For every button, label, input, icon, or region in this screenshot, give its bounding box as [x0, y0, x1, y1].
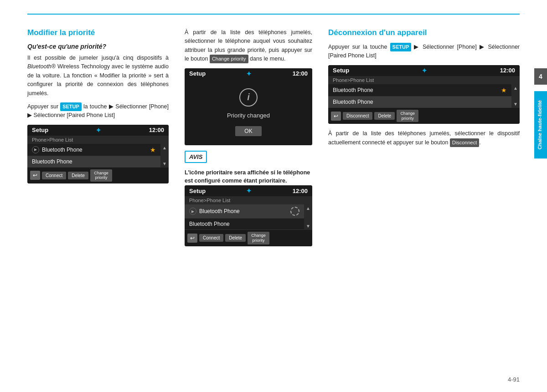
left-screen1-item2: Bluetooth Phone — [27, 156, 160, 168]
right-screen1-item1-label: Bluetooth Phone — [333, 87, 373, 93]
left-screen1-subheader: Phone>Phone List — [27, 136, 169, 144]
bluetooth-icon-mid2: ✦ — [246, 187, 252, 194]
scroll-down-right1: ▼ — [513, 102, 518, 107]
middle-screen-priority: Setup ✦ 12:00 i Priority changed OK — [185, 68, 312, 145]
bluetooth-icon-right1: ✦ — [422, 67, 427, 74]
back-btn-mid2: ↩ — [187, 234, 197, 243]
chapter-number-tab: 4 — [534, 68, 547, 85]
bluetooth-icon-mid: ✦ — [246, 70, 252, 77]
left-paragraph1: Il est possible de jumeler jusqu'à cinq … — [27, 54, 169, 98]
middle-screen2-rows: ▶ Bluetooth Phone ★ Bluetooth Phone — [185, 204, 304, 230]
left-screen1: Setup ✦ 12:00 Phone>Phone List ▶ Bluetoo… — [27, 125, 169, 184]
left-screen1-rows-container: ▶ Bluetooth Phone ★ Bluetooth Phone ▲ ▼ — [27, 144, 169, 168]
middle-screen-priority-title: Setup — [189, 70, 206, 77]
avis-title: AVIS — [189, 153, 202, 160]
right-screen1-header: Setup ✦ 12:00 — [328, 65, 520, 76]
middle-screen2: Setup ✦ 12:00 Phone>Phone List ▶ Bluetoo… — [185, 185, 312, 246]
scroll-up-left1: ▲ — [162, 145, 167, 150]
page-number: 4-91 — [508, 376, 520, 383]
left-screen1-header: Setup ✦ 12:00 — [27, 125, 169, 136]
middle-screen2-title: Setup — [189, 188, 206, 194]
dashed-star-icon: ★ — [290, 207, 299, 216]
top-rule — [27, 14, 520, 15]
left-paragraph2: Appuyer sur SETUP la touche ▶ Sélectionn… — [27, 102, 169, 120]
middle-screen-priority-content: i Priority changed OK — [185, 79, 312, 145]
right-screen1-title: Setup — [333, 67, 349, 74]
middle-screen2-footer: ↩ Connect Delete Changepriority — [185, 230, 312, 246]
ok-btn-screen: OK — [235, 126, 261, 136]
left-screen1-scrollbar: ▲ ▼ — [160, 144, 169, 168]
middle-screen2-scrollbar: ▲ ▼ — [304, 204, 312, 230]
star-icon-left1: ★ — [150, 146, 156, 153]
scroll-down-mid2: ▼ — [306, 224, 310, 229]
col-right: Déconnexion d'un appareil Appuyer sur la… — [319, 28, 520, 252]
scroll-up-mid2: ▲ — [306, 206, 310, 211]
right-screen1-time: 12:00 — [500, 67, 515, 74]
right-screen1-footer: ↩ Disconnect Delete Changepriority — [328, 108, 520, 124]
right-section-title: Déconnexion d'un appareil — [328, 28, 520, 37]
middle-screen2-time: 12:00 — [293, 188, 308, 194]
left-section-title: Modifier la priorité — [27, 28, 169, 37]
change-priority-btn-left1: Changepriority — [90, 169, 112, 182]
change-priority-inline-btn: Change priority — [210, 55, 248, 63]
middle-screen2-rows-container: ▶ Bluetooth Phone ★ Bluetooth Phone ▲ ▼ — [185, 204, 312, 230]
play-icon-left1: ▶ — [32, 146, 39, 153]
avis-text: L'icône prioritaire sera affichée si le … — [185, 168, 312, 186]
right-screen1-subheader: Phone>Phone List — [328, 76, 520, 84]
col-middle: À partir de la liste des téléphones jume… — [178, 28, 319, 252]
info-circle-icon: i — [239, 88, 258, 107]
right-screen1-item1: Bluetooth Phone ★ — [328, 84, 511, 97]
right-screen1: Setup ✦ 12:00 Phone>Phone List Bluetooth… — [328, 65, 520, 124]
col-left: Modifier la priorité Qu'est-ce qu'une pr… — [27, 28, 178, 252]
side-tab-label: Chaîne haute-fidelité — [534, 91, 547, 158]
avis-box: AVIS — [185, 151, 207, 163]
left-screen1-item1-label: Bluetooth Phone — [42, 147, 83, 153]
left-screen1-time: 12:00 — [149, 127, 164, 133]
delete-btn-mid2: Delete — [225, 234, 246, 242]
play-icon-mid2-1: ▶ — [189, 208, 196, 215]
right-screen1-item2: Bluetooth Phone — [328, 97, 511, 108]
left-screen1-title: Setup — [32, 127, 48, 133]
star-icon-right1: ★ — [501, 87, 507, 94]
middle-screen-priority-header: Setup ✦ 12:00 — [185, 68, 312, 79]
disconnect-inline-btn: Disconnect — [450, 138, 479, 147]
middle-screen2-item2: Bluetooth Phone — [185, 219, 304, 230]
middle-screen-priority-time: 12:00 — [293, 70, 308, 77]
middle-paragraph1: À partir de la liste des téléphones jume… — [185, 28, 312, 64]
back-btn-left1: ↩ — [30, 171, 40, 180]
left-screen1-item2-label: Bluetooth Phone — [32, 158, 72, 165]
back-btn-right1: ↩ — [331, 112, 341, 121]
middle-screen2-header: Setup ✦ 12:00 — [185, 185, 312, 196]
delete-btn-left1: Delete — [68, 172, 88, 179]
change-priority-btn-right1: Changepriority — [397, 110, 418, 122]
connect-btn-left1: Connect — [42, 172, 66, 179]
middle-screen2-item1: ▶ Bluetooth Phone ★ — [185, 204, 304, 219]
setup-button-right: SETUP — [390, 43, 412, 51]
delete-btn-right1: Delete — [374, 112, 395, 120]
right-screen1-item2-label: Bluetooth Phone — [333, 99, 373, 105]
bluetooth-icon-left1: ✦ — [96, 127, 101, 134]
page-container: Modifier la priorité Qu'est-ce qu'une pr… — [0, 0, 547, 392]
change-priority-btn-mid2: Changepriority — [248, 232, 269, 244]
left-screen1-footer: ↩ Connect Delete Changepriority — [27, 168, 169, 184]
middle-screen2-subheader: Phone>Phone List — [185, 196, 312, 204]
left-screen1-rows: ▶ Bluetooth Phone ★ Bluetooth Phone — [27, 144, 160, 168]
left-subsection-title: Qu'est-ce qu'une priorité? — [27, 43, 169, 50]
right-screen1-scrollbar: ▲ ▼ — [511, 84, 520, 108]
right-paragraph1: Appuyer sur la touche SETUP ▶ Sélectionn… — [328, 43, 520, 61]
right-screen1-rows-container: Bluetooth Phone ★ Bluetooth Phone ▲ ▼ — [328, 84, 520, 108]
connect-btn-mid2: Connect — [199, 234, 223, 242]
scroll-down-left1: ▼ — [162, 161, 167, 166]
left-screen1-item1: ▶ Bluetooth Phone ★ — [27, 144, 160, 156]
disconnect-btn-right1: Disconnect — [343, 112, 372, 120]
right-paragraph2: À partir de la liste des téléphones jume… — [328, 129, 520, 147]
right-screen1-rows: Bluetooth Phone ★ Bluetooth Phone — [328, 84, 511, 108]
setup-button-left: SETUP — [60, 102, 82, 111]
middle-screen2-item2-label: Bluetooth Phone — [189, 221, 230, 227]
priority-changed-text: Priority changed — [227, 112, 270, 119]
content-columns: Modifier la priorité Qu'est-ce qu'une pr… — [27, 28, 520, 252]
middle-screen2-item1-label: Bluetooth Phone — [199, 208, 240, 214]
scroll-up-right1: ▲ — [513, 86, 518, 91]
